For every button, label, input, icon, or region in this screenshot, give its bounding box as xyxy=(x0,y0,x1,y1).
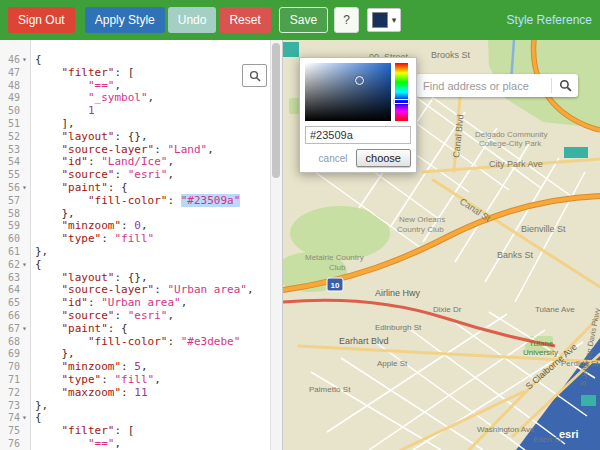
editor-scrollbar[interactable] xyxy=(270,40,282,450)
line-number: 56▾ xyxy=(0,182,30,195)
line-number: 74▾ xyxy=(0,412,30,425)
search-icon xyxy=(559,79,572,92)
line-number: 46▾ xyxy=(0,54,30,67)
map-label: Metairie Country xyxy=(305,253,364,262)
apply-style-button[interactable]: Apply Style xyxy=(85,7,165,33)
line-number: 73 xyxy=(0,400,30,413)
esri-attribution: esri xyxy=(559,428,579,440)
map-label: Brooks St xyxy=(431,50,471,60)
line-number: 50 xyxy=(0,105,30,118)
map-label: Palmetto St xyxy=(309,385,351,394)
search-icon xyxy=(249,70,261,82)
map-label: Airline Hwy xyxy=(375,288,421,298)
map-label: Banks St xyxy=(497,250,534,260)
line-number: 53 xyxy=(0,144,30,157)
map-label: City Park Ave xyxy=(489,159,543,169)
map-label: University xyxy=(523,348,558,357)
highway-shield: 10 xyxy=(327,278,343,291)
code-editor[interactable]: 46▾{47 "filter": [48 "==",49 "_symbol",5… xyxy=(0,40,283,450)
line-number: 60 xyxy=(0,233,30,246)
line-number: 72 xyxy=(0,387,30,400)
line-number: 49 xyxy=(0,92,30,105)
line-number: 54 xyxy=(0,156,30,169)
map-label: Dixie Dr xyxy=(433,305,462,314)
map-label: Delgado Community xyxy=(475,130,547,139)
app-window: Sign Out Apply Style Undo Reset Save ? ▾… xyxy=(0,0,600,450)
line-number: 55 xyxy=(0,169,30,182)
search-box xyxy=(416,74,578,97)
style-reference-link[interactable]: Style Reference xyxy=(507,13,592,27)
map-label: Eden St xyxy=(533,435,562,444)
line-number: 76 xyxy=(0,438,30,450)
save-button[interactable]: Save xyxy=(279,7,328,33)
line-number: 59 xyxy=(0,220,30,233)
fold-arrow-icon[interactable]: ▾ xyxy=(20,182,29,195)
fold-arrow-icon[interactable]: ▾ xyxy=(20,54,29,67)
line-number: 70 xyxy=(0,361,30,374)
fold-arrow-icon[interactable]: ▾ xyxy=(20,259,29,272)
code-line[interactable]: 76 "==", xyxy=(0,438,271,450)
color-picker-popup: cancel choose xyxy=(299,57,417,173)
map-label: College-City Park xyxy=(479,139,542,148)
search-button[interactable] xyxy=(552,74,578,97)
map-label: Apple St xyxy=(377,359,408,368)
map-label: Club xyxy=(329,263,346,272)
map-label: Earhart Blvd xyxy=(339,336,389,346)
line-number: 63 xyxy=(0,272,30,285)
map-label: Washington Ave xyxy=(477,425,535,434)
line-number: 69 xyxy=(0,348,30,361)
line-number: 47 xyxy=(0,67,30,80)
line-number: 61 xyxy=(0,246,30,259)
line-number: 65 xyxy=(0,297,30,310)
hue-slider[interactable] xyxy=(395,63,408,121)
sign-out-button[interactable]: Sign Out xyxy=(8,7,75,33)
color-swatch xyxy=(372,12,388,28)
map-label: Perdido St xyxy=(561,359,599,368)
shield-label: 10 xyxy=(331,281,340,290)
hex-color-input[interactable] xyxy=(305,126,411,144)
line-number: 48 xyxy=(0,80,30,93)
search-input[interactable] xyxy=(416,80,551,92)
code-lines: 46▾{47 "filter": [48 "==",49 "_symbol",5… xyxy=(0,54,271,450)
map-label: Tulane xyxy=(529,339,554,348)
caret-down-icon: ▾ xyxy=(392,15,397,25)
line-number: 62▾ xyxy=(0,259,30,272)
line-number: 67▾ xyxy=(0,323,30,336)
line-number: 71 xyxy=(0,374,30,387)
undo-button[interactable]: Undo xyxy=(168,7,217,33)
hue-cursor[interactable] xyxy=(394,99,409,104)
editor-search-button[interactable] xyxy=(242,64,267,87)
line-number: 75 xyxy=(0,425,30,438)
help-button[interactable]: ? xyxy=(334,7,359,33)
color-swatch-dropdown[interactable]: ▾ xyxy=(367,8,402,32)
saturation-value-picker[interactable] xyxy=(305,63,391,121)
line-number: 52 xyxy=(0,131,30,144)
map-label: New Orleans xyxy=(399,215,445,224)
scrollbar-thumb[interactable] xyxy=(272,43,280,178)
map-label: Country Club xyxy=(397,225,444,234)
reset-button[interactable]: Reset xyxy=(219,7,270,33)
cancel-link[interactable]: cancel xyxy=(319,153,348,164)
toolbar: Sign Out Apply Style Undo Reset Save ? ▾… xyxy=(0,0,600,40)
choose-button[interactable]: choose xyxy=(356,149,411,167)
line-number: 66 xyxy=(0,310,30,323)
line-number: 58 xyxy=(0,208,30,221)
line-number: 57 xyxy=(0,195,30,208)
fold-arrow-icon[interactable]: ▾ xyxy=(20,412,29,425)
map-label: Tulane Ave xyxy=(535,305,575,314)
line-number: 64 xyxy=(0,284,30,297)
line-number: 51 xyxy=(0,118,30,131)
sv-cursor[interactable] xyxy=(355,76,364,85)
map-label: Edinburgh St xyxy=(375,323,422,332)
map-label: Bienville St xyxy=(521,224,566,234)
fold-arrow-icon[interactable]: ▾ xyxy=(20,323,29,336)
line-number: 68 xyxy=(0,336,30,349)
